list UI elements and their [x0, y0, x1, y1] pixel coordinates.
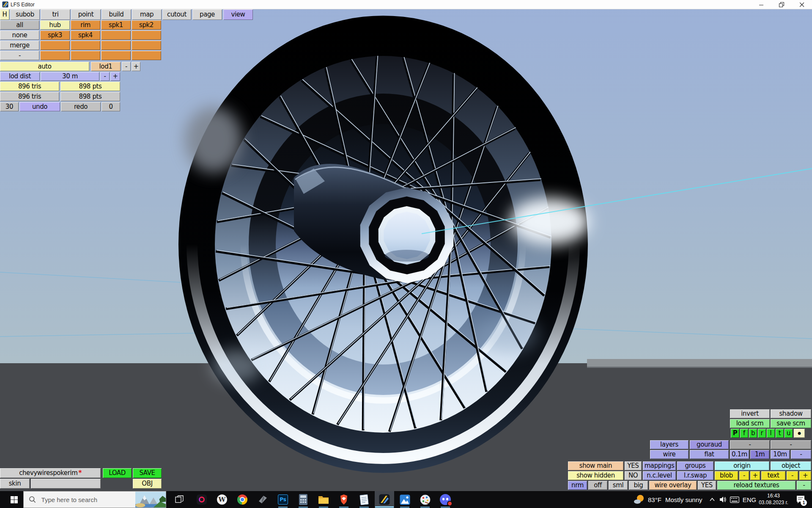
minimize-button[interactable]	[752, 0, 771, 9]
search-input[interactable]	[41, 496, 135, 504]
shadow-button[interactable]: shadow	[771, 409, 811, 418]
taskbar-app-gray-wedge[interactable]	[253, 491, 272, 508]
lod-dist-label[interactable]: lod dist	[0, 72, 40, 81]
start-button[interactable]	[5, 491, 23, 508]
grid-1m-button[interactable]: 1m	[750, 450, 769, 459]
part-rim[interactable]: rim	[71, 20, 100, 30]
sml-button[interactable]: sml	[609, 481, 628, 490]
lr-swap-button[interactable]: l.r.swap	[677, 471, 713, 480]
wire-overlay-label[interactable]: wire overlay	[649, 481, 697, 490]
grid-10m-button[interactable]: 10m	[771, 450, 790, 459]
load-scm-button[interactable]: load scm	[730, 419, 770, 428]
view-p-button[interactable]: P	[731, 429, 739, 438]
view-f-button[interactable]: f	[740, 429, 748, 438]
menu-h[interactable]: H	[0, 9, 9, 20]
lod1-button[interactable]: lod1	[91, 62, 121, 71]
grid-0-1m-button[interactable]: 0.1m	[730, 450, 749, 459]
merge-button[interactable]: merge	[0, 41, 39, 50]
flat-button[interactable]: flat	[690, 450, 729, 459]
wire-overlay-toggle[interactable]: YES	[698, 481, 716, 490]
weather-temp[interactable]: 83°F	[648, 491, 661, 508]
save-scm-button[interactable]: save scm	[771, 419, 811, 428]
load-button[interactable]: LOAD	[103, 468, 132, 478]
menu-page[interactable]: page	[192, 9, 222, 20]
invert-button[interactable]: invert	[730, 409, 770, 418]
notification-center-button[interactable]	[793, 491, 808, 508]
menu-cutout[interactable]: cutout	[162, 9, 191, 20]
origin-button[interactable]: origin	[715, 461, 769, 470]
wire-wheel-model[interactable]	[178, 16, 590, 473]
layers-button[interactable]: layers	[650, 440, 689, 449]
taskbar-app-calculator[interactable]	[294, 491, 313, 508]
view-l-button[interactable]: l	[767, 429, 775, 438]
taskbar-app-photoshop[interactable]: Ps	[273, 491, 293, 508]
view-u-button[interactable]: u	[785, 429, 793, 438]
clock[interactable]: 16:43 03.08.2023 г.	[755, 491, 792, 508]
nrm-button[interactable]: nrm	[568, 481, 587, 490]
auto-button[interactable]: auto	[0, 62, 89, 71]
off-button[interactable]: off	[588, 481, 607, 490]
select-all-button[interactable]: all	[0, 20, 39, 30]
part-hub[interactable]: hub	[40, 20, 70, 30]
select-none-button[interactable]: none	[0, 30, 39, 40]
lod-dist-plus[interactable]: +	[110, 72, 120, 81]
undo-button[interactable]: undo	[19, 102, 60, 111]
show-main-label[interactable]: show main	[568, 461, 623, 470]
restore-button[interactable]	[772, 0, 791, 9]
part-spk3[interactable]: spk3	[40, 30, 70, 40]
big-button[interactable]: big	[629, 481, 648, 490]
taskbar-app-w[interactable]: W	[212, 491, 232, 508]
menu-point[interactable]: point	[71, 9, 101, 20]
wire-button[interactable]: wire	[650, 450, 689, 459]
view-t-button[interactable]: t	[776, 429, 784, 438]
lod-minus-button[interactable]: -	[122, 62, 131, 71]
lod-plus-button[interactable]: +	[132, 62, 140, 71]
taskbar-search[interactable]	[23, 491, 166, 508]
lod-dist-minus[interactable]: -	[100, 72, 110, 81]
gouraud-button[interactable]: gouraud	[690, 440, 729, 449]
show-hidden-label[interactable]: show hidden	[568, 471, 623, 480]
blob-button[interactable]: blob	[715, 471, 738, 480]
redo-button[interactable]: redo	[61, 102, 101, 111]
text-plus-button[interactable]: +	[799, 471, 811, 480]
part-spk4[interactable]: spk4	[71, 30, 100, 40]
grid-dash-button[interactable]: -	[791, 450, 811, 459]
taskbar-app-lfs-editor[interactable]	[375, 491, 394, 508]
search-highlight-weather-image[interactable]	[135, 491, 166, 508]
task-view-button[interactable]	[171, 491, 188, 508]
view-r-button[interactable]: r	[758, 429, 766, 438]
taskbar-app-notepad[interactable]	[354, 491, 374, 508]
viewport-3d[interactable]	[0, 0, 812, 491]
taskbar-app-brave[interactable]	[334, 491, 354, 508]
tray-chevron-up-icon[interactable]	[707, 491, 717, 508]
menu-subob[interactable]: subob	[10, 9, 40, 20]
skin-button[interactable]: skin	[0, 479, 30, 489]
weather-widget[interactable]	[632, 491, 647, 508]
weather-condition[interactable]: Mostly sunny	[665, 491, 702, 508]
save-button[interactable]: SAVE	[133, 468, 162, 478]
menu-view[interactable]: view	[223, 9, 253, 20]
volume-icon[interactable]	[718, 491, 729, 508]
reload-dash-button[interactable]: -	[797, 481, 811, 490]
taskbar-app-chrome[interactable]	[233, 491, 252, 508]
layers-dash-2[interactable]: -	[771, 440, 811, 449]
blob-plus-button[interactable]: +	[750, 471, 760, 480]
groups-button[interactable]: groups	[677, 461, 713, 470]
menu-tri[interactable]: tri	[41, 9, 70, 20]
part-spk2[interactable]: spk2	[132, 20, 161, 30]
text-minus-button[interactable]: -	[787, 471, 798, 480]
part-spk1[interactable]: spk1	[101, 20, 131, 30]
taskbar-app-file-explorer[interactable]	[314, 491, 333, 508]
touch-keyboard-icon[interactable]	[729, 491, 741, 508]
show-hidden-toggle[interactable]: NO	[625, 471, 642, 480]
view-b-button[interactable]: b	[749, 429, 757, 438]
taskbar-app-opera-gx[interactable]	[192, 491, 211, 508]
skin-name-field[interactable]	[31, 479, 101, 489]
close-button[interactable]	[792, 0, 812, 9]
filename-button[interactable]: chevywirespokerim*	[0, 468, 101, 478]
lod-dist-value[interactable]: 30 m	[41, 72, 99, 81]
minus-row-button[interactable]: -	[0, 51, 39, 60]
mappings-button[interactable]: mappings	[643, 461, 676, 470]
menu-map[interactable]: map	[132, 9, 162, 20]
taskbar-app-photos[interactable]	[395, 491, 414, 508]
